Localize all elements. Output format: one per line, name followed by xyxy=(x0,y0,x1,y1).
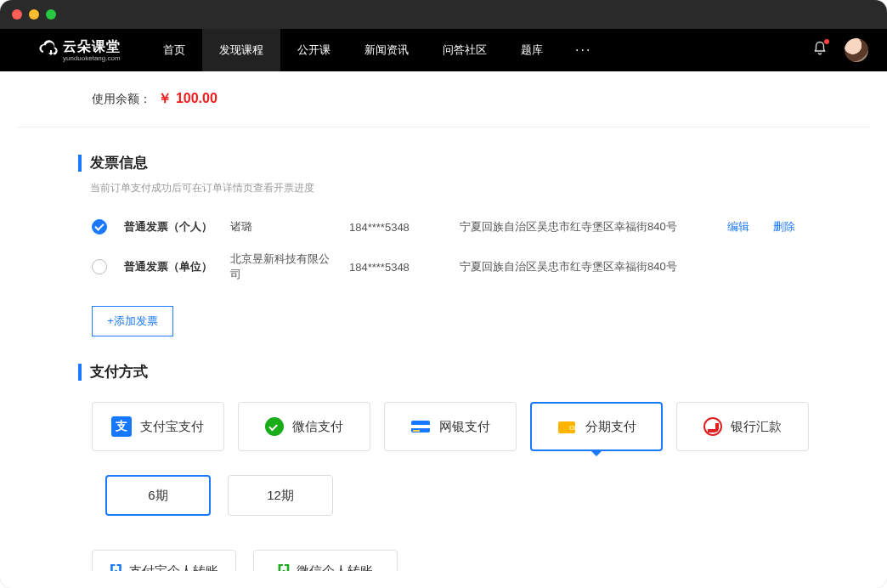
site-logo[interactable]: 云朵课堂 yunduoketang.com xyxy=(37,38,121,62)
personal-transfers: [·] 支付宝个人转账 [·] 微信个人转账 xyxy=(92,550,809,571)
invoice-radio[interactable] xyxy=(92,259,107,274)
nav-discover[interactable]: 发现课程 xyxy=(202,29,280,71)
invoice-radio[interactable] xyxy=(92,219,107,235)
add-invoice-button[interactable]: +添加发票 xyxy=(92,306,173,336)
title-accent xyxy=(78,155,82,172)
transfer-alipay[interactable]: [·] 支付宝个人转账 xyxy=(92,550,236,571)
balance-bar: 使用余额： ￥ 100.00 xyxy=(17,71,870,127)
logo-icon xyxy=(37,40,58,60)
period-12[interactable]: 12期 xyxy=(228,475,333,516)
payment-methods: 支 支付宝支付 微信支付 网银支付 分期支付 银行汇款 xyxy=(92,402,809,451)
invoice-edit-link[interactable]: 编辑 xyxy=(727,219,749,235)
invoice-hint: 当前订单支付成功后可在订单详情页查看开票进度 xyxy=(90,181,809,195)
window-titlebar xyxy=(0,0,887,29)
invoice-type: 普通发票（个人） xyxy=(124,219,213,235)
invoice-name: 诸璐 xyxy=(230,219,332,235)
invoice-row: 普通发票（单位） 北京昱新科技有限公司 184****5348 宁夏回族自治区吴… xyxy=(78,243,809,291)
payment-section: 支付方式 支 支付宝支付 微信支付 网银支付 分期支付 xyxy=(17,362,870,571)
pay-method-alipay[interactable]: 支 支付宝支付 xyxy=(92,402,224,451)
user-avatar[interactable] xyxy=(845,38,868,62)
pay-method-label: 网银支付 xyxy=(439,419,490,435)
logo-subtext: yunduoketang.com xyxy=(63,54,121,62)
invoice-type: 普通发票（单位） xyxy=(124,259,213,274)
invoice-delete-link[interactable]: 删除 xyxy=(773,219,795,235)
notification-dot xyxy=(824,39,829,44)
balance-label: 使用余额： xyxy=(92,92,151,105)
nav-qa[interactable]: 问答社区 xyxy=(426,29,504,71)
nav-open[interactable]: 公开课 xyxy=(280,29,347,71)
window-minimize-dot[interactable] xyxy=(29,9,39,20)
svg-rect-2 xyxy=(413,430,420,432)
payment-title: 支付方式 xyxy=(90,362,148,382)
invoice-phone: 184****5348 xyxy=(349,221,443,234)
pay-method-label: 分期支付 xyxy=(585,419,636,435)
alipay-icon: 支 xyxy=(111,416,132,437)
wallet-icon xyxy=(556,416,577,437)
nav-more[interactable]: ··· xyxy=(560,29,607,71)
invoice-row: 普通发票（个人） 诸璐 184****5348 宁夏回族自治区吴忠市红寺堡区幸福… xyxy=(78,211,809,243)
pay-method-unionpay[interactable]: 网银支付 xyxy=(384,402,517,451)
pay-method-label: 银行汇款 xyxy=(731,419,782,435)
invoice-title: 发票信息 xyxy=(90,153,148,172)
title-accent xyxy=(78,364,82,381)
bracket-icon: [·] xyxy=(278,562,289,572)
notification-bell-icon[interactable] xyxy=(812,41,828,59)
installment-periods: 6期 12期 xyxy=(105,475,809,516)
bracket-icon: [·] xyxy=(110,562,121,572)
invoice-addr: 宁夏回族自治区吴忠市红寺堡区幸福街840号 xyxy=(460,219,710,235)
pay-method-wechat[interactable]: 微信支付 xyxy=(238,402,370,451)
transfer-label: 微信个人转账 xyxy=(297,563,373,572)
invoice-phone: 184****5348 xyxy=(349,261,443,274)
invoice-addr: 宁夏回族自治区吴忠市红寺堡区幸福街840号 xyxy=(460,259,795,274)
nav-home[interactable]: 首页 xyxy=(146,29,202,71)
pay-method-bank[interactable]: 银行汇款 xyxy=(676,402,809,451)
logo-text: 云朵课堂 xyxy=(63,39,121,54)
wechat-icon xyxy=(265,417,284,436)
svg-point-5 xyxy=(571,427,573,428)
svg-rect-1 xyxy=(411,425,430,428)
pay-method-installment[interactable]: 分期支付 xyxy=(530,402,663,451)
page-content: 使用余额： ￥ 100.00 发票信息 当前订单支付成功后可在订单详情页查看开票… xyxy=(17,71,870,571)
nav-exam[interactable]: 题库 xyxy=(504,29,560,71)
bank-icon xyxy=(703,417,722,436)
invoice-section: 发票信息 当前订单支付成功后可在订单详情页查看开票进度 普通发票（个人） 诸璐 … xyxy=(17,153,870,336)
pay-method-label: 微信支付 xyxy=(292,419,343,435)
nav-items: 首页 发现课程 公开课 新闻资讯 问答社区 题库 ··· xyxy=(146,29,607,71)
unionpay-icon xyxy=(410,416,431,437)
period-6[interactable]: 6期 xyxy=(105,475,211,516)
window-close-dot[interactable] xyxy=(12,9,22,20)
transfer-wechat[interactable]: [·] 微信个人转账 xyxy=(253,550,398,571)
nav-news[interactable]: 新闻资讯 xyxy=(347,29,426,71)
window-zoom-dot[interactable] xyxy=(46,9,56,20)
balance-value: ￥ 100.00 xyxy=(158,91,217,105)
invoice-name: 北京昱新科技有限公司 xyxy=(230,252,332,282)
transfer-label: 支付宝个人转账 xyxy=(129,563,218,572)
top-nav: 云朵课堂 yunduoketang.com 首页 发现课程 公开课 新闻资讯 问… xyxy=(0,29,887,71)
pay-method-label: 支付宝支付 xyxy=(140,419,204,435)
